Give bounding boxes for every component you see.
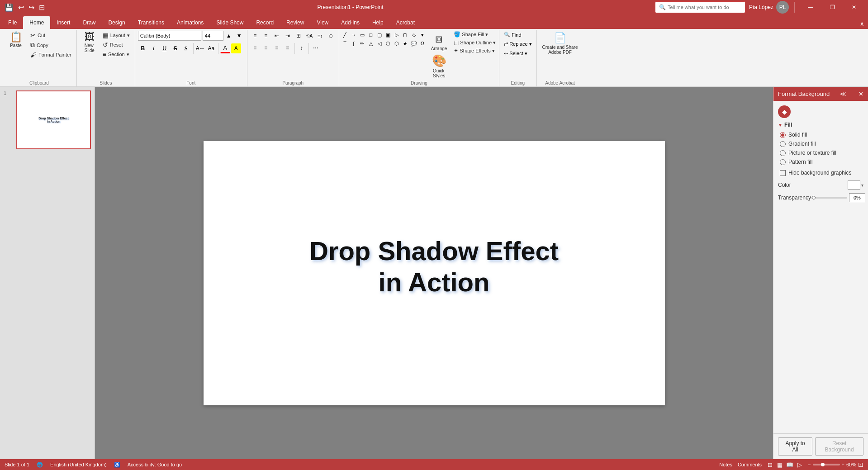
close-btn[interactable]: ✕ (844, 0, 864, 14)
shape-rect[interactable]: ▭ (358, 31, 366, 39)
select-button[interactable]: ⊹ Select ▾ (502, 50, 529, 57)
shape-para[interactable]: ▷ (393, 31, 401, 39)
reset-background-button[interactable]: Reset Background (815, 437, 863, 456)
text-direction-btn[interactable]: ⟲A (304, 31, 314, 41)
align-center-btn[interactable]: ≡ (261, 43, 271, 53)
collapse-panel-icon[interactable]: ≪ (840, 90, 846, 97)
shape-star[interactable]: ★ (401, 39, 409, 47)
zoom-out-btn[interactable]: − (808, 462, 811, 467)
line-spacing-btn[interactable]: ↕ (297, 43, 307, 53)
align-text-btn[interactable]: ≡↕ (315, 31, 325, 41)
shape-other[interactable]: Ω (418, 39, 427, 47)
char-spacing-btn[interactable]: A↔ (195, 43, 205, 53)
tab-transitions[interactable]: Transitions (132, 16, 171, 29)
columns-btn[interactable]: ⊞ (294, 31, 304, 41)
view-normal-btn[interactable]: ⊞ (765, 461, 774, 469)
convert-smartart-btn[interactable]: ⬡ (326, 31, 336, 41)
indent-btn[interactable]: ⇥ (283, 31, 293, 41)
maximize-btn[interactable]: ❐ (822, 0, 843, 14)
hide-bg-checkbox[interactable]: Hide background graphics (780, 170, 863, 176)
color-dropdown-btn[interactable]: ▾ (861, 183, 863, 188)
bullets-btn[interactable]: ≡ (250, 31, 260, 41)
para-settings-btn[interactable]: ⋯ (311, 43, 321, 53)
tab-design[interactable]: Design (102, 16, 131, 29)
replace-button[interactable]: ⇄ Replace ▾ (502, 40, 533, 48)
shape-rect2[interactable]: □ (367, 31, 375, 39)
format-painter-button[interactable]: 🖌 Format Painter (28, 50, 74, 59)
quick-styles-button[interactable]: 🎨 QuickStyles (429, 53, 449, 79)
shape-pent[interactable]: ⬠ (384, 39, 392, 47)
tab-help[interactable]: Help (366, 16, 390, 29)
shape-line[interactable]: ╱ (341, 31, 349, 39)
shape-free[interactable]: ✏ (358, 39, 366, 47)
tab-insert[interactable]: Insert (50, 16, 76, 29)
align-left-btn[interactable]: ≡ (250, 43, 260, 53)
tab-record[interactable]: Record (250, 16, 280, 29)
shape-outline-btn[interactable]: ⬚ Shape Outline ▾ (452, 39, 497, 46)
shape-fill-btn[interactable]: 🪣 Shape Fill ▾ (452, 31, 497, 38)
tab-slideshow[interactable]: Slide Show (210, 16, 250, 29)
accessibility-label[interactable]: Accessibility: Good to go (128, 462, 182, 467)
zoom-level[interactable]: 60% (846, 462, 856, 467)
layout-button[interactable]: ▦ Layout ▾ (100, 31, 132, 40)
minimize-btn[interactable]: — (800, 0, 821, 14)
tab-view[interactable]: View (310, 16, 335, 29)
tab-addins[interactable]: Add-ins (335, 16, 366, 29)
apply-to-all-button[interactable]: Apply to All (778, 437, 812, 456)
zoom-in-btn[interactable]: + (842, 462, 844, 467)
shape-dia[interactable]: ◇ (410, 31, 418, 39)
fill-section-header[interactable]: ▼ Fill (778, 122, 863, 128)
underline-button[interactable]: U (160, 43, 170, 53)
save-btn[interactable]: 💾 (4, 3, 14, 12)
tab-acrobat[interactable]: Acrobat (390, 16, 421, 29)
view-reading-btn[interactable]: 📖 (785, 461, 794, 469)
font-size-box[interactable]: 44 (203, 31, 223, 41)
comments-btn[interactable]: Comments (738, 462, 762, 467)
collapse-ribbon-btn[interactable]: ∧ (856, 19, 868, 29)
solid-fill-radio[interactable]: Solid fill (780, 132, 863, 138)
increase-font-btn[interactable]: ▲ (224, 31, 234, 41)
shape-curve[interactable]: ∫ (350, 39, 358, 47)
copy-button[interactable]: ⧉ Copy (28, 40, 74, 50)
shape-arc[interactable]: ⌒ (341, 39, 349, 47)
gradient-fill-radio[interactable]: Gradient fill (780, 141, 863, 147)
shape-hex[interactable]: ⬡ (393, 39, 401, 47)
strikethrough-button[interactable]: S (171, 43, 180, 53)
notes-btn[interactable]: Notes (719, 462, 732, 467)
fit-slide-btn[interactable]: ⊡ (858, 461, 863, 468)
shape-callout[interactable]: 💬 (410, 39, 418, 47)
cut-button[interactable]: ✂ Cut (28, 31, 74, 40)
search-input[interactable] (668, 5, 741, 10)
slide-canvas[interactable]: Drop Shadow Effect in Action (204, 141, 665, 405)
paste-button[interactable]: 📋 Paste (5, 31, 27, 49)
shape-more[interactable]: ▾ (418, 31, 427, 39)
justify-btn[interactable]: ≡ (283, 43, 293, 53)
tab-home[interactable]: Home (23, 16, 50, 29)
font-name-box[interactable]: Calibri (Body) (138, 31, 201, 41)
tab-animations[interactable]: Animations (171, 16, 210, 29)
align-right-btn[interactable]: ≡ (272, 43, 282, 53)
section-button[interactable]: ≡ Section ▾ (100, 50, 132, 59)
create-adobe-pdf-button[interactable]: 📄 Create and ShareAdobe PDF (540, 31, 581, 56)
slide-thumbnail-1[interactable]: Drop Shadow Effect in Action (16, 90, 91, 149)
change-case-btn[interactable]: Aa (206, 43, 216, 53)
shadow-button[interactable]: 𝐒 (181, 43, 191, 53)
outdent-btn[interactable]: ⇤ (272, 31, 282, 41)
shape-effects-btn[interactable]: ✦ Shape Effects ▾ (452, 47, 497, 54)
transparency-value[interactable]: 0% (849, 193, 865, 202)
highlight-btn[interactable]: A (231, 43, 241, 53)
numbering-btn[interactable]: ≡ (261, 31, 271, 41)
view-presenter-btn[interactable]: ▷ (795, 461, 804, 469)
close-panel-btn[interactable]: ✕ (859, 90, 863, 97)
undo-btn[interactable]: ↩ (17, 3, 25, 12)
language-label[interactable]: English (United Kingdom) (50, 462, 107, 467)
reset-button[interactable]: ↺ Reset (100, 40, 132, 49)
view-slides-btn[interactable]: ▦ (775, 461, 784, 469)
tab-file[interactable]: File (2, 16, 23, 29)
shape-tri[interactable]: △ (367, 39, 375, 47)
zoom-slider[interactable] (813, 464, 840, 465)
font-color-btn[interactable]: A (220, 43, 230, 53)
shape-round-rect[interactable]: ▢ (375, 31, 384, 39)
decrease-font-btn[interactable]: ▼ (234, 31, 244, 41)
tab-draw[interactable]: Draw (76, 16, 102, 29)
